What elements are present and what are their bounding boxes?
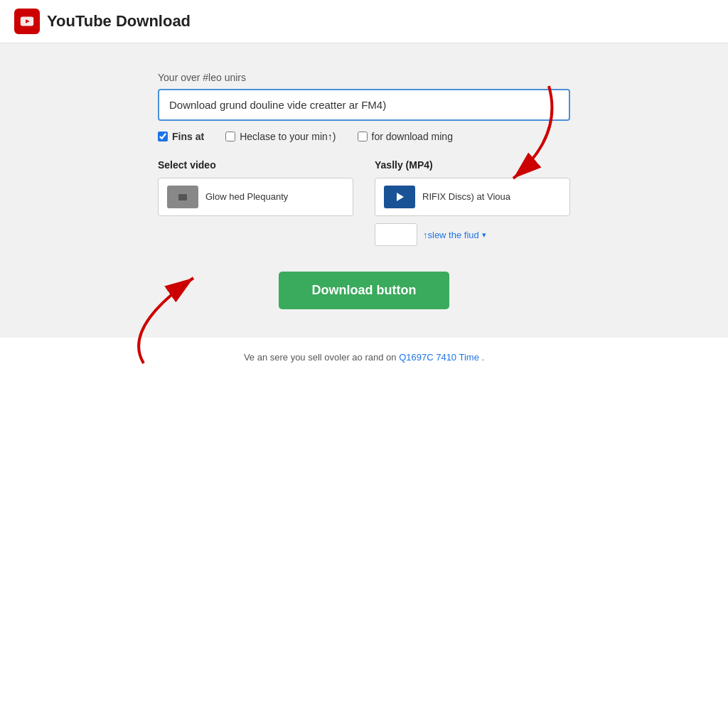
main-content: Your over #leo unirs Fins at Heclase to …	[0, 43, 728, 338]
download-button[interactable]: Download button	[279, 272, 449, 309]
selection-row: Select video Glow hed Plequanty Yaslly (…	[158, 159, 570, 246]
app-header: YouTube Download	[0, 0, 728, 43]
checkboxes-row: Fins at Heclase to your min↑) for downlo…	[158, 131, 570, 142]
app-logo	[14, 9, 40, 34]
video-label: Select video	[158, 159, 353, 171]
quality-dropdown[interactable]: ↑slew the fiud ▾	[423, 230, 486, 240]
checkbox2[interactable]	[225, 132, 235, 141]
video-option[interactable]: Glow hed Plequanty	[158, 178, 353, 216]
quality-dropdown-label: ↑slew the fiud	[423, 230, 479, 240]
chevron-down-icon: ▾	[482, 230, 486, 240]
footer-link[interactable]: Q1697C 7410 Time	[399, 352, 479, 363]
quality-box	[375, 223, 417, 246]
footer: Ve an sere you sell ovoler ao rand on Q1…	[0, 338, 728, 377]
audio-thumbnail	[384, 186, 415, 208]
audio-label: Yaslly (MP4)	[375, 159, 570, 171]
footer-text-end: .	[482, 352, 485, 363]
url-label: Your over #leo unirs	[158, 72, 570, 83]
checkbox3[interactable]	[358, 132, 368, 141]
app-title: YouTube Download	[47, 12, 191, 31]
url-input[interactable]	[158, 89, 570, 121]
checkbox1[interactable]	[158, 132, 168, 141]
audio-option[interactable]: RIFIX Discs) at Vioua	[375, 178, 570, 216]
checkbox2-label: Heclase to your min↑)	[240, 131, 336, 142]
checkbox1-label: Fins at	[172, 131, 204, 142]
video-option-text: Glow hed Plequanty	[205, 191, 288, 203]
audio-col: Yaslly (MP4) RIFIX Discs) at Vioua ↑slew…	[375, 159, 570, 246]
video-col: Select video Glow hed Plequanty	[158, 159, 353, 216]
checkbox1-item[interactable]: Fins at	[158, 131, 204, 142]
video-thumbnail	[167, 186, 198, 208]
checkbox3-item[interactable]: for download ming	[358, 131, 453, 142]
checkbox2-item[interactable]: Heclase to your min↑)	[225, 131, 336, 142]
video-thumb-inner	[178, 194, 187, 200]
checkbox3-label: for download ming	[372, 131, 453, 142]
form-container: Your over #leo unirs Fins at Heclase to …	[158, 72, 570, 309]
audio-option-text: RIFIX Discs) at Vioua	[422, 191, 510, 203]
footer-text: Ve an sere you sell ovoler ao rand on	[244, 352, 397, 363]
quality-row: ↑slew the fiud ▾	[375, 223, 570, 246]
play-icon	[397, 193, 404, 201]
